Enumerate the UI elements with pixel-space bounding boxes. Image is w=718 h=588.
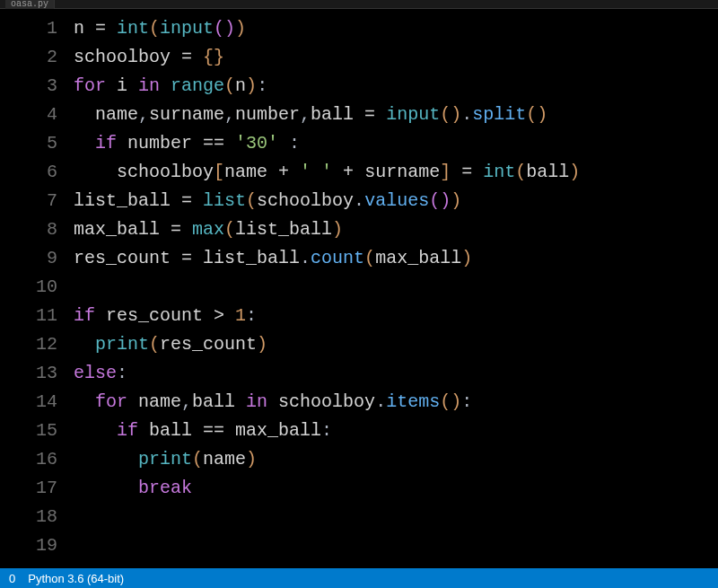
code-line[interactable]: print(res_count) [74,330,718,359]
code-line[interactable]: for i in range(n): [74,72,718,101]
token: () [526,104,547,125]
token [74,133,95,154]
code-line[interactable]: if res_count > 1: [74,302,718,330]
token: ] [440,162,451,182]
line-number: 7 [0,187,57,215]
line-number: 10 [0,273,57,302]
code-line[interactable]: if number == '30' : [74,129,718,158]
token: values [364,190,429,211]
token: ) [451,190,461,211]
token: else [74,363,117,383]
code-line[interactable]: schoolboy[name + ' ' + surname] = int(ba… [74,158,718,187]
token: n [74,18,95,39]
token: int [117,18,149,39]
editor-tab[interactable]: oasa.py [5,0,55,9]
token [160,75,171,96]
token: max [192,219,224,240]
code-line[interactable]: name,surname,number,ball = input().split… [74,101,718,129]
code-editor[interactable]: 12345678910111213141516171819 n = int(in… [0,9,718,568]
token: = [181,190,203,211]
token: () [429,190,451,211]
token: () [440,104,461,125]
token: , [138,104,149,125]
code-line[interactable]: print(name) [74,445,718,474]
code-line[interactable] [74,531,718,560]
code-line[interactable]: res_count = list_ball.count(max_ball) [74,244,718,273]
token: i [106,75,138,96]
token: ( [364,248,375,268]
token: ' ' [300,162,332,182]
token: {} [203,47,224,67]
token [451,162,461,182]
token: == [203,133,235,154]
token: list_ball [235,219,332,240]
token: schoolboy [267,391,375,412]
line-number: 2 [0,43,57,72]
line-number: 12 [0,330,57,359]
token: : [289,133,300,154]
code-line[interactable] [74,503,718,531]
token: input [386,104,440,125]
status-diagnostics[interactable]: 0 [9,572,15,585]
token: = [95,18,117,39]
token: int [483,162,515,182]
token: if [95,133,117,154]
token [74,334,95,355]
token: name [74,104,138,125]
token: = [461,162,483,182]
line-number: 15 [0,417,57,445]
token: , [181,391,192,412]
status-python-interpreter[interactable]: Python 3.6 (64-bit) [28,572,124,585]
line-number: 4 [0,101,57,129]
token [332,162,343,182]
token: ( [149,18,160,39]
token: () [440,391,461,412]
token: : [117,363,127,383]
token: name [203,449,246,470]
token: if [74,305,95,326]
code-line[interactable]: list_ball = list(schoolboy.values()) [74,187,718,215]
token: = [171,219,192,240]
token: ) [246,75,257,96]
line-number: 14 [0,388,57,417]
code-line[interactable]: break [74,474,718,503]
line-number-gutter: 12345678910111213141516171819 [0,14,74,568]
token: ( [192,449,203,470]
code-line[interactable]: schoolboy = {} [74,43,718,72]
code-line[interactable]: if ball == max_ball: [74,417,718,445]
token: : [321,420,332,441]
token: res_count [160,334,257,355]
token: () [214,18,235,39]
token: name [127,391,181,412]
token: if [117,420,138,441]
code-area[interactable]: n = int(input())schoolboy = {}for i in r… [74,14,718,568]
token: ) [246,449,257,470]
token: ) [257,334,267,355]
token: = [364,104,386,125]
line-number: 19 [0,531,57,560]
token: number [117,133,203,154]
token: : [246,305,257,326]
token: . [461,104,472,125]
token: ( [224,219,235,240]
code-line[interactable]: for name,ball in schoolboy.items(): [74,388,718,417]
code-line[interactable]: n = int(input()) [74,14,718,43]
code-line[interactable] [74,273,718,302]
tab-filename: oasa.py [11,0,48,9]
token: . [354,190,364,211]
token: list [203,190,246,211]
token: + [278,162,300,182]
token [74,449,138,470]
token: print [138,449,192,470]
token: in [138,75,160,96]
token: schoolboy [257,190,354,211]
token: 1 [235,305,246,326]
code-line[interactable]: else: [74,359,718,388]
token: + [343,162,364,182]
token: list_ball [74,190,181,211]
line-number: 17 [0,474,57,503]
code-line[interactable]: max_ball = max(list_ball) [74,215,718,244]
token: ( [224,75,235,96]
token: print [95,334,149,355]
token: range [171,75,224,96]
